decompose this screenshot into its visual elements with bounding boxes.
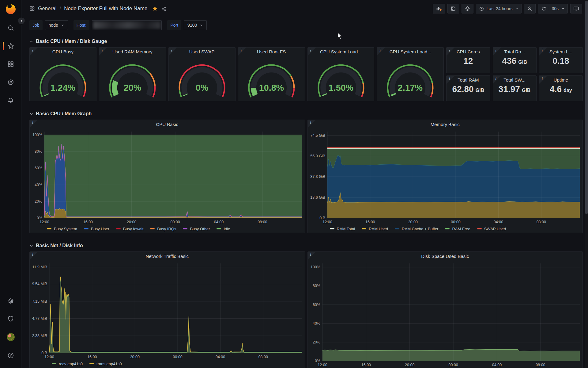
sidebar-item-alerting[interactable]	[0, 97, 21, 104]
panel-info-corner	[308, 120, 316, 128]
info-icon[interactable]: i	[32, 121, 33, 125]
variable-port: Port 9100	[167, 20, 207, 30]
variable-job-select[interactable]: node	[45, 20, 68, 30]
stat-unit: day	[564, 88, 572, 93]
refresh-picker[interactable]: 30s	[538, 4, 568, 13]
panel-title[interactable]: Network Traffic Basic	[30, 252, 305, 261]
panel-title[interactable]: CPU System Load...	[377, 48, 443, 56]
chart-cpu-basic[interactable]: 0%20%40%60%80%100%12:0016:0020:0000:0004…	[30, 129, 305, 225]
gauge: 20%	[99, 56, 166, 101]
info-icon[interactable]: i	[542, 76, 543, 81]
save-dashboard-button[interactable]	[447, 4, 459, 13]
info-icon[interactable]: i	[310, 48, 311, 53]
info-icon[interactable]: i	[496, 76, 496, 81]
svg-text:20:00: 20:00	[408, 220, 417, 224]
info-icon[interactable]: i	[32, 48, 33, 53]
row-header-gauges[interactable]: Basic CPU / Mem / Disk Gauge	[29, 37, 583, 46]
panel-title[interactable]: Used Root FS	[238, 48, 305, 56]
stat-number: 62.80	[452, 84, 474, 94]
stat-panel-total-sw: iTotal SW...31.97GiB	[493, 75, 537, 101]
svg-text:1.24%: 1.24%	[51, 83, 75, 93]
stat-panel-cpu-cores: iCPU Cores12	[446, 47, 490, 73]
net-disk-graph-row: iNetwork Traffic Basic0 B2.38 MiB4.77 Mi…	[29, 251, 583, 368]
refresh-interval-label: 30s	[552, 6, 559, 11]
legend-label: Busy User	[91, 227, 109, 231]
info-icon[interactable]: i	[32, 252, 33, 257]
chart-memory-basic[interactable]: 0 B18.6 GiB37.3 GiB55.9 GiB74.5 GiB12:00…	[308, 129, 583, 225]
add-panel-button[interactable]	[433, 4, 445, 13]
zoom-out-time-button[interactable]	[524, 4, 536, 13]
variable-host-input[interactable]	[92, 20, 162, 30]
legend-item-busy-irqs[interactable]: Busy IRQs	[150, 227, 176, 231]
grafana-logo-icon[interactable]	[5, 3, 17, 15]
panel-info-corner	[493, 48, 501, 56]
panel-info-corner	[99, 48, 107, 56]
chart-network-traffic-basic[interactable]: 0 B2.38 MiB4.77 MiB7.15 MiB9.54 MiB11.9 …	[30, 261, 305, 360]
time-range-picker[interactable]: Last 24 hours	[476, 4, 522, 13]
info-icon[interactable]: i	[496, 48, 496, 53]
legend-swatch	[116, 228, 121, 229]
legend-label: RAM Used	[369, 227, 388, 231]
svg-text:0%: 0%	[315, 359, 320, 363]
panel-title[interactable]: CPU Busy	[30, 48, 96, 56]
info-icon[interactable]: i	[102, 48, 103, 53]
chart-disk-space-used-basic[interactable]: 0%20%40%60%80%100%12:0016:0020:0000:0004…	[308, 261, 583, 368]
row-header-cpu-mem-graph[interactable]: Basic CPU / Mem Graph	[29, 109, 583, 118]
panel-title[interactable]: Used RAM Memory	[99, 48, 166, 56]
favorite-star-icon[interactable]	[152, 6, 158, 11]
variable-port-select[interactable]: 9100	[184, 20, 207, 30]
legend-item-busy-iowait[interactable]: Busy Iowait	[116, 227, 143, 231]
kiosk-mode-button[interactable]	[570, 4, 582, 13]
info-icon[interactable]: i	[449, 48, 450, 53]
panel-title[interactable]: Memory Basic	[308, 120, 583, 129]
legend-item-ram-cache-buffer[interactable]: RAM Cache + Buffer	[395, 227, 438, 231]
legend-item-ram-free[interactable]: RAM Free	[445, 227, 470, 231]
gauge: 2.17%	[377, 56, 443, 101]
row-header-net-disk[interactable]: Basic Net / Disk Info	[29, 241, 583, 250]
legend-item-busy-other[interactable]: Busy Other	[183, 227, 210, 231]
gauge: 1.24%	[30, 56, 96, 101]
sidebar-item-configuration[interactable]	[0, 297, 21, 304]
panel-info-corner	[447, 76, 454, 84]
panel-title[interactable]: CPU System Load...	[308, 48, 374, 56]
info-icon[interactable]: i	[379, 48, 380, 53]
legend-item-busy-user[interactable]: Busy User	[84, 227, 109, 231]
breadcrumb: General / Node Exporter Full with Node N…	[29, 6, 167, 12]
panel-title[interactable]: Disk Space Used Basic	[308, 252, 583, 261]
legend-item-ram-used[interactable]: RAM Used	[362, 227, 388, 231]
info-icon[interactable]: i	[310, 121, 311, 125]
share-icon[interactable]	[161, 6, 167, 11]
panel-title[interactable]: Used SWAP	[169, 48, 235, 56]
dashboard-settings-button[interactable]	[462, 4, 473, 13]
sidebar-item-server-admin[interactable]	[0, 315, 21, 322]
sidebar-item-search[interactable]	[0, 25, 21, 31]
legend-item-busy-system[interactable]: Busy System	[47, 227, 77, 231]
info-icon[interactable]: i	[310, 252, 311, 257]
legend-label: RAM Free	[452, 227, 470, 231]
svg-text:1.50%: 1.50%	[328, 83, 353, 93]
scrollbar-thumb[interactable]	[585, 1, 588, 214]
sidebar-expand-button[interactable]	[18, 17, 25, 25]
apps-grid-icon	[29, 6, 35, 11]
sidebar-item-starred[interactable]	[0, 43, 21, 49]
info-icon[interactable]: i	[542, 48, 543, 53]
svg-text:20:00: 20:00	[405, 363, 414, 367]
gauge-panel-cpu-busy-0: iCPU Busy1.24%	[29, 47, 96, 101]
info-icon[interactable]: i	[449, 76, 450, 81]
info-icon[interactable]: i	[241, 48, 242, 53]
stat-number: 436	[502, 56, 517, 66]
legend-item-trans-enp41s0[interactable]: trans enp41s0	[89, 362, 122, 366]
sidebar-item-profile[interactable]	[0, 333, 21, 341]
info-icon[interactable]: i	[171, 48, 172, 53]
sidebar-item-help[interactable]	[0, 352, 21, 359]
legend-item-recv-enp41s0[interactable]: recv enp41s0	[52, 362, 83, 366]
legend-item-swap-used[interactable]: SWAP Used	[477, 227, 506, 231]
breadcrumb-folder[interactable]: General	[38, 6, 56, 12]
legend-item-ram-total[interactable]: RAM Total	[330, 227, 355, 231]
panel-title[interactable]: CPU Basic	[30, 120, 305, 129]
sidebar-item-explore[interactable]	[0, 79, 21, 86]
legend-item-idle[interactable]: Idle	[217, 227, 230, 231]
sidebar-item-dashboards[interactable]	[0, 61, 21, 67]
refresh-icon	[541, 6, 546, 11]
gauge-arc: 1.24%	[32, 57, 94, 100]
